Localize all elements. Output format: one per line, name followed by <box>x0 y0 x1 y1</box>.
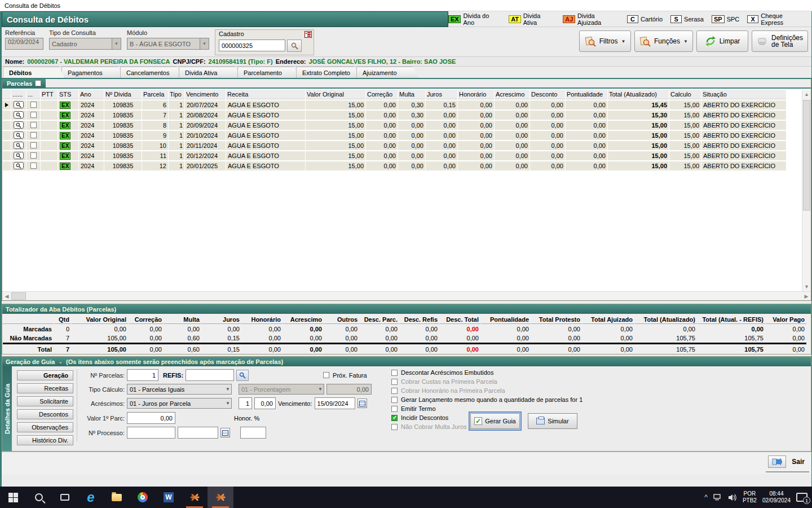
scroll-right-icon[interactable]: ▶ <box>802 292 811 300</box>
tab-debitos[interactable]: Débitos <box>3 67 65 78</box>
row-detail-button[interactable] <box>14 152 24 159</box>
nav-geracao-button[interactable]: Geração <box>17 370 73 380</box>
taskbar-search-button[interactable] <box>26 487 52 508</box>
internet-explorer-button[interactable]: e <box>78 487 104 508</box>
chrome-button[interactable] <box>130 487 156 508</box>
column-header-honorario[interactable]: Honorário <box>458 90 494 99</box>
vencimento-input[interactable] <box>315 397 355 409</box>
row-detail-button[interactable] <box>14 101 24 108</box>
column-header-situacao[interactable]: Situação <box>701 90 786 99</box>
horizontal-scroll-thumb[interactable] <box>11 292 26 300</box>
tab-pagamentos[interactable]: Pagamentos <box>61 67 123 78</box>
network-icon[interactable] <box>713 494 722 501</box>
row-detail-button[interactable] <box>14 162 24 169</box>
row-detail-button[interactable] <box>14 111 24 119</box>
list-icon[interactable] <box>304 31 312 38</box>
incidir-descontos-checkbox[interactable] <box>391 415 398 421</box>
task-view-button[interactable] <box>52 487 78 508</box>
valor1-input[interactable] <box>127 412 175 424</box>
word-button[interactable]: W <box>156 487 182 508</box>
nav-solicitante-button[interactable]: Solicitante <box>17 396 73 406</box>
column-header-sts[interactable]: STS <box>58 90 78 99</box>
column-header-marker[interactable]: ...... <box>11 90 26 99</box>
scroll-down-icon[interactable]: ▼ <box>802 282 811 291</box>
column-header-marker[interactable] <box>3 90 11 99</box>
cadastro-search-button[interactable] <box>287 40 302 52</box>
column-header-n-divida[interactable]: Nº Divida <box>104 90 142 99</box>
tab-parcelamento[interactable]: Parcelamento <box>237 67 299 78</box>
tipo-calculo-select[interactable]: 01 - Parcelas Iguais▼ <box>127 384 232 395</box>
horizontal-scroll-track[interactable] <box>26 292 802 300</box>
column-header-multa[interactable]: Multa <box>398 90 425 99</box>
table-row[interactable]: EX 2024 109835 9 1 20/10/2024 AGUA E ESG… <box>3 131 786 140</box>
row-detail-button[interactable] <box>14 121 24 129</box>
start-button[interactable] <box>0 487 26 508</box>
processo-calendar-button[interactable] <box>220 428 230 437</box>
language-indicator[interactable]: PORPTB2 <box>743 491 757 504</box>
column-header-ptt[interactable]: PTT <box>41 90 58 99</box>
row-select-checkbox[interactable] <box>30 102 37 108</box>
speaker-icon[interactable] <box>728 494 737 501</box>
table-row[interactable]: EX 2024 109835 10 1 20/11/2024 AGUA E ES… <box>3 141 786 150</box>
column-header-desconto[interactable]: Desconto <box>530 90 565 99</box>
column-header-ano[interactable]: Ano <box>79 90 104 99</box>
sair-button[interactable]: Sair <box>766 454 809 472</box>
nav-descontos-button[interactable]: Descontos <box>17 409 73 419</box>
acrescimos-valor-input[interactable] <box>254 397 276 409</box>
gerar-lancamento-mesmo-quando-a-quantidade-de-parcelas-for-1-checkbox[interactable] <box>391 397 398 403</box>
funcoes-button[interactable]: Funções▼ <box>634 30 693 52</box>
vencimento-calendar-button[interactable] <box>358 398 367 408</box>
processo-data-input[interactable] <box>178 427 218 439</box>
definicoes-tela-button[interactable]: Definiçõesde Tela <box>752 30 808 52</box>
refis-search-button[interactable] <box>236 370 249 381</box>
row-select-checkbox[interactable] <box>30 142 37 148</box>
row-select-checkbox[interactable] <box>30 132 37 138</box>
file-explorer-button[interactable] <box>104 487 130 508</box>
tab-ajuizamento[interactable]: Ajuizamento <box>356 67 418 78</box>
column-header-calculo[interactable]: Calculo <box>669 90 701 99</box>
simular-button[interactable]: Simular <box>528 413 577 429</box>
acrescimos-select[interactable]: 01 - Juros por Parcela▼ <box>127 398 232 409</box>
horizontal-scrollbar[interactable]: ◀ ▶ <box>2 291 811 300</box>
table-row[interactable]: EX 2024 109835 11 1 20/12/2024 AGUA E ES… <box>3 151 786 160</box>
tab-cancelamentos[interactable]: Cancelamentos <box>120 67 182 78</box>
app-sunburst-active-button[interactable] <box>208 487 233 508</box>
app-sunburst-button[interactable] <box>182 487 208 508</box>
clock[interactable]: 08:4402/09/2024 <box>762 491 791 504</box>
acrescimos-qtd-input[interactable] <box>239 397 252 409</box>
column-header-parcela[interactable]: Parcela <box>142 90 168 99</box>
column-header-marker[interactable]: ... <box>27 90 40 99</box>
column-header-pontualidade[interactable]: Pontualidade <box>566 90 607 99</box>
row-select-checkbox[interactable] <box>30 112 37 118</box>
column-header-tipo[interactable]: Tipo <box>169 90 184 99</box>
notification-icon[interactable]: 1 <box>796 493 807 502</box>
limpar-button[interactable]: Limpar <box>696 30 748 52</box>
nav-historico-div-button[interactable]: Histórico Div. <box>17 435 73 445</box>
column-header-acrescimo[interactable]: Acrescimo <box>495 90 529 99</box>
column-header-total-atualizado[interactable]: Total (Atualizado) <box>608 90 669 99</box>
row-detail-button[interactable] <box>14 132 24 139</box>
row-select-checkbox[interactable] <box>30 163 37 169</box>
vertical-scroll-thumb[interactable] <box>803 100 810 211</box>
filtros-button[interactable]: Filtros▼ <box>579 30 631 52</box>
nav-receitas-button[interactable]: Receitas <box>17 383 73 393</box>
row-select-checkbox[interactable] <box>30 122 37 128</box>
tab-extrato-completo[interactable]: Extrato Completo <box>296 67 360 78</box>
column-header-correcao[interactable]: Correção <box>366 90 398 99</box>
refis-input[interactable] <box>186 369 234 381</box>
row-select-checkbox[interactable] <box>30 152 37 159</box>
n-parcelas-input[interactable] <box>127 369 158 381</box>
column-header-juros[interactable]: Juros <box>426 90 457 99</box>
gerar-guia-button[interactable]: Gerar Guia <box>470 413 520 429</box>
cadastro-input[interactable] <box>219 40 285 51</box>
scroll-left-icon[interactable]: ◀ <box>2 292 11 300</box>
table-row[interactable]: EX 2024 109835 7 1 20/08/2024 AGUA E ESG… <box>3 111 786 120</box>
tray-expand-icon[interactable]: ^ <box>704 493 708 501</box>
descontar-acrescimos-embutidos-checkbox[interactable] <box>391 370 398 376</box>
nav-observacoes-button[interactable]: Observações <box>17 422 73 432</box>
vertical-scrollbar[interactable]: ▲ ▼ <box>802 90 811 291</box>
column-header-vencimento[interactable]: Vencimento <box>185 90 226 99</box>
column-header-receita[interactable]: Receita <box>226 90 305 99</box>
table-row[interactable]: EX 2024 109835 6 1 20/07/2024 AGUA E ESG… <box>3 100 786 110</box>
processo-input[interactable] <box>127 427 175 439</box>
